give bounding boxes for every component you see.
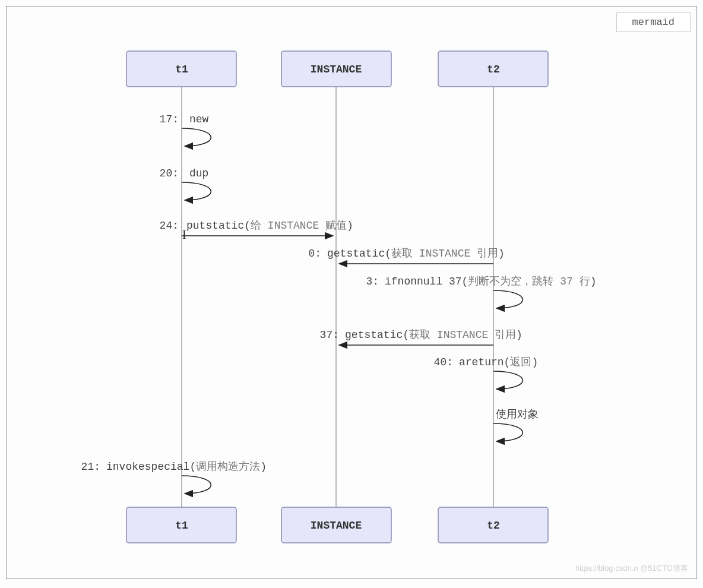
- svg-text:ifnonnull 37(判断不为空，跳转 37 行): ifnonnull 37(判断不为空，跳转 37 行): [385, 275, 596, 287]
- actor-t1-top: t1: [126, 51, 236, 87]
- svg-text:areturn(返回): areturn(返回): [459, 356, 538, 368]
- msg-37-getstatic: 37: getstatic(获取 INSTANCE 引用): [320, 329, 522, 345]
- svg-text:getstatic(获取 INSTANCE 引用): getstatic(获取 INSTANCE 引用): [327, 248, 505, 260]
- text-cursor-icon: I: [182, 228, 186, 242]
- svg-text:t1: t1: [175, 520, 188, 532]
- svg-text:t2: t2: [487, 520, 500, 532]
- svg-text:40:: 40:: [434, 356, 453, 368]
- msg-3-ifnonnull: 3: ifnonnull 37(判断不为空，跳转 37 行): [366, 275, 596, 308]
- sequence-diagram-svg: t1 INSTANCE t2 t1 INSTANCE t2 17: new: [7, 7, 695, 577]
- svg-text:new: new: [189, 113, 209, 125]
- msg-21-invokespecial: 21: invokespecial(调用构造方法): [81, 460, 267, 494]
- svg-text:t2: t2: [487, 64, 500, 75]
- diagram-container: mermaid t1 INSTANCE t2 t1: [6, 6, 697, 579]
- mermaid-tag: mermaid: [616, 12, 691, 32]
- svg-text:使用对象: 使用对象: [496, 409, 539, 421]
- actor-instance-top: INSTANCE: [281, 51, 391, 87]
- actor-instance-bottom: INSTANCE: [281, 507, 391, 543]
- msg-40-areturn: 40: areturn(返回): [434, 356, 539, 389]
- msg-17-new: 17: new: [160, 113, 211, 146]
- svg-text:INSTANCE: INSTANCE: [311, 520, 362, 532]
- svg-text:21:: 21:: [81, 461, 100, 473]
- svg-text:17:: 17:: [160, 113, 179, 125]
- svg-text:dup: dup: [189, 167, 208, 179]
- svg-text:20:: 20:: [160, 167, 179, 179]
- svg-text:INSTANCE: INSTANCE: [311, 64, 362, 75]
- msg-20-dup: 20: dup: [160, 167, 211, 200]
- svg-text:getstatic(获取 INSTANCE 引用): getstatic(获取 INSTANCE 引用): [345, 329, 522, 341]
- svg-text:putstatic(给 INSTANCE 赋值): putstatic(给 INSTANCE 赋值): [186, 220, 353, 232]
- actor-t1-bottom: t1: [126, 507, 236, 543]
- msg-use-object: 使用对象: [493, 409, 539, 441]
- actor-t2-top: t2: [438, 51, 548, 87]
- svg-text:3:: 3:: [366, 276, 379, 287]
- svg-text:24:: 24:: [160, 220, 179, 232]
- msg-0-getstatic: 0: getstatic(获取 INSTANCE 引用): [308, 248, 504, 264]
- msg-24-putstatic: 24: putstatic(给 INSTANCE 赋值): [160, 220, 353, 236]
- actor-t2-bottom: t2: [438, 507, 548, 543]
- svg-text:t1: t1: [175, 64, 188, 75]
- svg-text:invokespecial(调用构造方法): invokespecial(调用构造方法): [106, 460, 267, 473]
- svg-text:37:: 37:: [320, 329, 339, 341]
- svg-text:0:: 0:: [308, 248, 321, 260]
